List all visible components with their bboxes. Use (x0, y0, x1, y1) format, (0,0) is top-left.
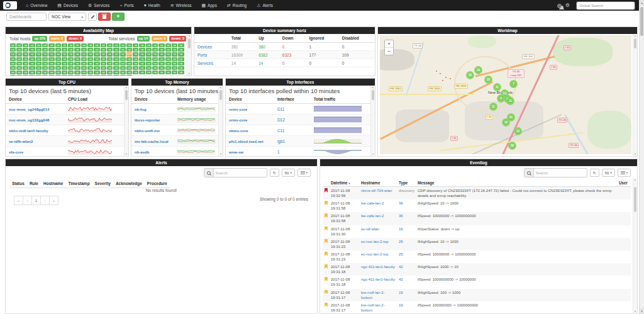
scroll-up-icon[interactable]: ▲ (633, 34, 637, 38)
availability-cell[interactable]: up (62, 66, 67, 70)
availability-cell[interactable]: up (74, 52, 80, 56)
availability-cell[interactable]: up (126, 66, 132, 70)
graph-cell[interactable] (311, 136, 375, 147)
availability-cell[interactable]: up (23, 70, 28, 74)
availability-cell[interactable]: up (81, 57, 87, 61)
availability-cell[interactable]: up (55, 70, 61, 74)
graph-cell[interactable] (174, 104, 223, 115)
availability-cell[interactable]: up (178, 57, 184, 61)
availability-cell[interactable]: up (68, 52, 74, 56)
scroll-down-icon[interactable]: ▼ (125, 152, 128, 156)
availability-cell[interactable]: up (120, 57, 126, 61)
availability-cell[interactable]: up (94, 66, 99, 70)
availability-cell[interactable]: up (94, 57, 99, 61)
availability-cell[interactable]: up (48, 57, 54, 61)
map-cluster-marker[interactable]: 21 (506, 97, 514, 105)
availability-cell[interactable]: up (10, 43, 16, 47)
availability-cell[interactable]: up (87, 48, 93, 52)
availability-cell[interactable]: up (133, 52, 138, 56)
global-search-input[interactable] (576, 1, 635, 10)
scroll-up-icon[interactable]: ▲ (371, 86, 375, 89)
dashboards-input[interactable] (6, 13, 47, 21)
map-cluster-marker[interactable]: 7 (509, 80, 518, 88)
availability-cell[interactable]: up (178, 52, 184, 56)
scroll-up-icon[interactable]: ▲ (219, 86, 223, 89)
zoom-in-button[interactable]: + (385, 40, 393, 48)
availability-cell[interactable]: up (146, 52, 152, 56)
availability-cell[interactable]: up (165, 57, 171, 61)
availability-cell[interactable]: up (178, 70, 184, 74)
availability-cell[interactable]: up (146, 57, 152, 61)
services-down-badge[interactable]: down: 0 (169, 36, 186, 42)
availability-cell[interactable]: up (139, 43, 145, 47)
availability-cell[interactable]: up (101, 48, 106, 52)
availability-cell[interactable]: up (120, 43, 126, 47)
nav-item-alerts[interactable]: ⚠Alerts (252, 0, 278, 11)
availability-cell[interactable]: up (152, 43, 158, 47)
availability-cell[interactable]: up (23, 48, 28, 52)
availability-cell[interactable]: up (42, 62, 48, 65)
graph-cell[interactable] (65, 125, 128, 136)
availability-cell[interactable]: up (48, 48, 54, 52)
availability-cell[interactable]: up (87, 66, 93, 70)
device-link[interactable]: pfs1.nbisd.txed.net (229, 140, 264, 143)
availability-cell[interactable]: up (178, 66, 184, 70)
scroll-up-icon[interactable]: ▲ (125, 86, 128, 89)
hostname-link[interactable]: ngc-411-lan1-faculty (361, 278, 395, 281)
availability-cell[interactable]: up (101, 57, 106, 61)
hostname-link[interactable]: kre-mdf-lan-2-bottom (361, 303, 385, 312)
availability-cell[interactable]: up (42, 48, 48, 52)
availability-cell[interactable]: warn (126, 52, 132, 56)
event-type[interactable]: 19 (399, 303, 403, 307)
availability-cell[interactable]: up (113, 62, 119, 65)
services-warn-badge[interactable]: warn: 0 (152, 36, 167, 42)
availability-cell[interactable]: up (36, 43, 42, 47)
hosts-warn-badge[interactable]: warn: 2 (49, 36, 65, 42)
availability-cell[interactable]: up (94, 48, 99, 52)
dashboard-select[interactable]: NOC View ▾ (48, 13, 86, 21)
graph-cell[interactable] (174, 147, 223, 157)
availability-cell[interactable]: up (133, 62, 138, 65)
nav-item-apps[interactable]: ▦Apps (196, 0, 221, 11)
availability-cell[interactable]: up (107, 75, 113, 76)
hosts-down-badge[interactable]: down: 0 (67, 36, 84, 42)
availability-cell[interactable]: up (139, 62, 145, 65)
availability-cell[interactable]: up (165, 62, 171, 65)
availability-cell[interactable]: up (16, 48, 22, 52)
event-type[interactable]: 25 (399, 240, 403, 244)
device-link[interactable]: orms-core (229, 118, 247, 122)
availability-cell[interactable]: up (146, 66, 152, 70)
availability-cell[interactable]: up (146, 70, 152, 74)
availability-cell[interactable]: up (55, 75, 61, 76)
panel-scrollbar[interactable]: ▲ ▼ (187, 34, 191, 76)
availability-cell[interactable]: up (48, 52, 54, 56)
availability-cell[interactable]: up (62, 52, 67, 56)
eventlog-pagesize-button[interactable]: 50 ▾ (602, 169, 615, 177)
availability-cell[interactable]: up (62, 75, 67, 76)
availability-cell[interactable]: up (94, 43, 99, 47)
availability-cell[interactable]: up (36, 52, 42, 56)
nav-item-wireless[interactable]: ≋Wireless (165, 0, 197, 11)
availability-cell[interactable]: up (87, 52, 93, 56)
availability-cell[interactable]: up (74, 66, 80, 70)
availability-cell[interactable]: up (139, 52, 145, 56)
scroll-down-icon[interactable]: ▼ (640, 308, 644, 314)
availability-cell[interactable]: up (101, 75, 106, 76)
availability-cell[interactable]: up (87, 43, 93, 47)
page-button[interactable]: 1 (31, 196, 41, 205)
summary-row-link[interactable]: Services (197, 61, 213, 65)
availability-cell[interactable]: up (23, 66, 28, 70)
device-link[interactable]: noc-msm_sg132gg048 (9, 118, 49, 122)
availability-cell[interactable]: up (152, 70, 158, 74)
availability-cell[interactable]: up (48, 43, 54, 47)
availability-cell[interactable]: up (10, 48, 16, 52)
availability-cell[interactable]: up (62, 43, 67, 47)
availability-cell[interactable]: up (81, 66, 87, 70)
panel-scrollbar[interactable]: ▲ ▼ (124, 86, 128, 156)
graph-cell[interactable] (311, 125, 375, 136)
availability-cell[interactable]: up (74, 43, 80, 47)
scroll-up-icon[interactable]: ▲ (187, 34, 191, 38)
nav-item-services[interactable]: ⚙Services (83, 0, 114, 11)
availability-cell[interactable]: up (158, 48, 164, 52)
availability-cell[interactable]: up (16, 66, 22, 70)
